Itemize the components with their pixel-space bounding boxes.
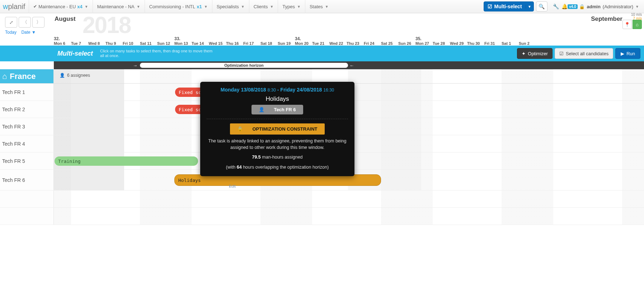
multiselect-hint: Click on many tasks to select them, then… (100, 49, 215, 58)
select-all-candidates-button[interactable]: ☑Select all candidates (555, 48, 613, 59)
check-icon: ✔ (33, 4, 37, 9)
horizon-left-handle[interactable]: → (133, 63, 137, 68)
resource-label[interactable]: Tech FR 5 (0, 152, 54, 169)
resource-label[interactable]: Tech FR 2 (0, 101, 54, 118)
month-label-left: August (55, 15, 76, 23)
search-icon: 🔍 (539, 4, 545, 9)
optimizer-button[interactable]: ✦Optimizer (517, 48, 553, 59)
map-pin-button[interactable]: 📍 (622, 20, 632, 29)
multiselect-mode-title: Multi-select (57, 50, 93, 57)
sparkle-icon: ✦ (522, 51, 526, 56)
day-header: Thu 30 (467, 41, 484, 46)
horizon-right-handle[interactable]: ← (349, 63, 354, 68)
resource-label[interactable]: Tech FR 6 (0, 170, 54, 190)
filter-states[interactable]: States▼ (305, 0, 333, 13)
caret-down-icon: ▼ (137, 5, 140, 9)
chevron-right-icon: 〉 (36, 19, 41, 25)
day-header: Mon 6 (54, 41, 71, 46)
run-button[interactable]: ▶Run (615, 48, 640, 59)
brand-logo: wplanif (2, 3, 29, 11)
day-header: Sat 11 (140, 41, 157, 46)
year-watermark: 2018 (83, 12, 131, 38)
resource-label[interactable]: Tech FR 4 (0, 135, 54, 152)
top-navbar: wplanif ✔ Maintenance - EU x4 ▼ Maintena… (0, 0, 644, 13)
task-training[interactable]: Training (55, 156, 198, 166)
optimization-horizon-slider[interactable]: Optimization horizon (140, 63, 348, 68)
bell-icon: 🔔 (561, 4, 568, 9)
date-picker-link[interactable]: Date ▼ (21, 30, 36, 35)
week-number: 34. (295, 35, 415, 41)
day-header: Mon 20 (295, 41, 312, 46)
next-button[interactable]: 〉 (32, 17, 44, 28)
day-header: Sun 12 (157, 41, 174, 46)
day-header: Mon 27 (415, 41, 433, 46)
multiselect-dropdown[interactable]: ▼ (526, 5, 533, 9)
day-header: Thu 23 (347, 41, 364, 46)
resource-label[interactable]: Tech FR 3 (0, 118, 54, 135)
filter-maintenance-na[interactable]: Maintenance - NA▼ (93, 0, 145, 13)
filter-maintenance-eu[interactable]: ✔ Maintenance - EU x4 ▼ (29, 0, 92, 13)
day-header: Thu 16 (226, 41, 243, 46)
filter-commissioning-intl[interactable]: Commissioning - INTLx1▼ (145, 0, 212, 13)
caret-down-icon: ▼ (204, 5, 208, 9)
day-header: Thu 9 (105, 41, 123, 46)
day-header: Sat 25 (381, 41, 398, 46)
multiselect-button[interactable]: ☑Multi-select ▼ (484, 1, 534, 11)
chevron-left-icon: 〈 (23, 19, 27, 25)
filter-clients[interactable]: Clients▼ (249, 0, 278, 13)
tooltip-title: Holidays (207, 95, 348, 103)
notifications-button[interactable]: 🔔v4.0 (565, 4, 575, 9)
caret-down-icon: ▼ (241, 5, 245, 9)
day-header: Tue 21 (312, 41, 329, 46)
lock-icon: 🔒 (234, 125, 246, 133)
day-header: Fri 10 (123, 41, 140, 46)
today-link[interactable]: Today (5, 30, 17, 35)
multiselect-banner: Multi-select Click on many tasks to sele… (0, 46, 644, 61)
caret-down-icon: ▼ (270, 5, 273, 9)
prev-button[interactable]: 〈 (19, 17, 31, 28)
caret-down-icon: ▼ (32, 30, 36, 35)
filter-types[interactable]: Types▼ (278, 0, 305, 13)
wrench-icon: 🔧 (553, 4, 559, 9)
check-square-icon: ☑ (559, 51, 564, 56)
user-menu[interactable]: 🔒 admin (Administrator) ▼ (579, 4, 642, 9)
map-pin-icon: 📍 (624, 22, 630, 27)
task-tooltip: Monday 13/08/2018 8:30 - Friday 24/08/20… (200, 82, 354, 176)
day-header: Fri 17 (243, 41, 260, 46)
home-icon: ⌂ (636, 22, 639, 27)
lock-icon: 🔒 (579, 4, 585, 9)
settings-button[interactable]: 🔧 (551, 4, 561, 9)
fullscreen-button[interactable]: ⤢ (5, 17, 17, 28)
caret-down-icon: ▼ (325, 5, 329, 9)
constraint-badge: 🔒OPTIMIZATION CONSTRAINT (230, 123, 324, 135)
day-header: Wed 29 (450, 41, 467, 46)
version-tag: v4.0 (568, 4, 577, 9)
caret-down-icon: ▼ (85, 5, 88, 9)
tooltip-description: The task is already linked to an assigne… (207, 138, 348, 151)
region-header-france[interactable]: ⌂France (0, 69, 54, 83)
home-icon: ⌂ (2, 72, 7, 81)
week-number: 35. (415, 35, 536, 41)
week-number: 33. (174, 35, 295, 41)
caret-down-icon: ▼ (635, 5, 639, 9)
assignee-badge: 👤Tech FR 6 (252, 105, 303, 114)
home-button[interactable]: ⌂ (633, 20, 642, 29)
resource-label[interactable]: Tech FR 1 (0, 84, 54, 100)
month-label-right: September (591, 15, 622, 23)
search-button[interactable]: 🔍 (536, 1, 547, 11)
day-header: Mon 13 (174, 41, 192, 46)
day-header: Fri 31 (484, 41, 502, 46)
resource-row-tech-fr-6: Tech FR 6 Holidays Edit Monday 13/08/201… (0, 170, 644, 191)
assignees-count: 👤6 assignees (57, 73, 90, 78)
caret-down-icon: ▼ (297, 5, 301, 9)
task-edit-link[interactable]: Edit (229, 184, 236, 188)
day-header: Tue 7 (71, 41, 88, 46)
day-header: Sun 26 (398, 41, 415, 46)
day-header: Sat 18 (260, 41, 278, 46)
multiselect-icon: ☑ (488, 4, 492, 9)
day-header: Wed 22 (329, 41, 347, 46)
filter-specialists[interactable]: Specialists▼ (212, 0, 249, 13)
expand-icon: ⤢ (9, 20, 13, 25)
play-icon: ▶ (621, 51, 624, 56)
day-header: Tue 28 (433, 41, 450, 46)
